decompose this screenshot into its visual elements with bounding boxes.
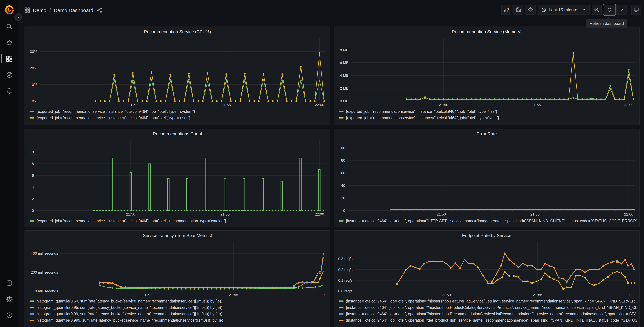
sidebar-item-dashboards[interactable] (2, 53, 16, 64)
service-latency-chart[interactable]: 21:5021:5522:000 milliseconds200 millise… (26, 240, 329, 298)
sidebar-item-settings[interactable] (2, 294, 16, 305)
legend-label: histogram_quantile(0.99, sum(rate(latenc… (36, 312, 222, 316)
panel-title[interactable]: Error Rate (334, 129, 639, 138)
legend-item[interactable]: histogram_quantile(0.99, sum(rate(latenc… (30, 312, 327, 316)
svg-text:0.0 req/s: 0.0 req/s (338, 289, 352, 293)
legend-item[interactable]: {exported_job="recommendationservice", i… (30, 109, 327, 114)
legend-label: histogram_quantile(0.95, sum(rate(latenc… (36, 306, 222, 310)
legend: histogram_quantile(0.50, sum(rate(latenc… (30, 299, 327, 323)
refresh-dashboard-button[interactable] (604, 5, 615, 15)
breadcrumb-page-title[interactable]: Demo Dashboard (54, 7, 93, 13)
help-icon: ? (6, 312, 12, 318)
share-dashboard-button[interactable] (97, 8, 102, 12)
panel-recommendations-count: Recommendations Count 21:5021:5522:00024… (24, 128, 330, 227)
svg-text:0 milliseconds: 0 milliseconds (35, 289, 58, 293)
sidebar-item-alerting[interactable] (2, 85, 16, 97)
legend-item[interactable]: {instance="otelcol:9464", job="otel", op… (339, 299, 636, 304)
legend-swatch (30, 300, 34, 302)
panel-title[interactable]: Endpoint Rate by Service (334, 231, 639, 240)
svg-text:0.2 req/s: 0.2 req/s (338, 268, 352, 272)
legend-swatch (339, 313, 344, 314)
legend-item[interactable]: {exported_job="recommendationservice", i… (30, 218, 327, 223)
breadcrumb-section[interactable]: Demo (33, 7, 46, 13)
legend-item[interactable]: histogram_quantile(0.999, sum(rate(laten… (30, 318, 327, 323)
legend: {exported_job="recommendationservice", i… (30, 109, 327, 120)
legend-item[interactable]: {exported_job="recommendationservice", i… (339, 109, 636, 114)
legend-item[interactable]: {exported_job="recommendationservice", i… (339, 116, 636, 120)
svg-text:21:50: 21:50 (437, 212, 446, 216)
sidebar-item-sign-in[interactable] (2, 277, 16, 289)
dashboard-settings-button[interactable] (526, 5, 536, 15)
legend-item[interactable]: histogram_quantile(0.50, sum(rate(latenc… (30, 299, 327, 304)
svg-text:22:00: 22:00 (315, 103, 324, 107)
refresh-interval-dropdown[interactable] (616, 5, 626, 15)
svg-text:20%: 20% (30, 66, 37, 70)
panel-title[interactable]: Recommendation Service (Memory) (334, 27, 639, 36)
legend-swatch (30, 320, 34, 321)
breadcrumb: Demo / Demo Dashboard (24, 7, 102, 13)
svg-text:21:50: 21:50 (442, 293, 451, 297)
cpu-chart[interactable]: 21:5021:5522:000%10%20%30% (26, 36, 329, 108)
legend-item[interactable]: {instance="otelcol:9464", job="otel", op… (339, 312, 636, 316)
svg-text:?: ? (8, 314, 10, 317)
legend-item[interactable]: {instance="otelcol:9464", job="otel", op… (339, 318, 636, 323)
svg-text:6: 6 (32, 174, 34, 178)
svg-text:21:55: 21:55 (222, 103, 231, 107)
panel-title[interactable]: Recommendation Service (CPU%) (25, 27, 330, 36)
svg-text:21:55: 21:55 (229, 293, 238, 297)
panel-endpoint-rate-by-service: Endpoint Rate by Service 21:5021:5522:00… (334, 230, 640, 327)
legend-swatch (30, 111, 34, 112)
svg-text:10: 10 (30, 150, 34, 154)
legend-swatch (339, 320, 344, 321)
sidebar-expand-button[interactable]: › (14, 14, 22, 21)
legend-swatch (30, 117, 34, 118)
legend: {exported_job="recommendationservice", i… (339, 109, 636, 120)
legend-label: {exported_job="recommendationservice", i… (36, 110, 195, 114)
svg-text:22:00: 22:00 (624, 212, 633, 216)
legend-swatch (30, 220, 34, 222)
svg-text:21:55: 21:55 (533, 293, 542, 297)
legend-label: histogram_quantile(0.50, sum(rate(latenc… (36, 299, 222, 303)
breadcrumb-separator: / (49, 7, 51, 13)
svg-text:80: 80 (341, 158, 345, 162)
error-rate-chart[interactable]: 21:5021:5522:00020406080100 (336, 138, 638, 217)
save-dashboard-button[interactable] (514, 5, 524, 15)
svg-text:0.3 req/s: 0.3 req/s (338, 257, 352, 261)
svg-text:6 MB: 6 MB (340, 60, 348, 65)
legend-swatch (339, 111, 344, 112)
sidebar: › (0, 0, 18, 327)
legend-label: {instance="otelcol:9464", job="otel", op… (346, 299, 636, 303)
grafana-logo[interactable] (3, 4, 16, 16)
svg-text:21:55: 21:55 (530, 212, 540, 216)
time-range-picker[interactable]: Last 15 minutes (538, 5, 590, 15)
kiosk-mode-button[interactable] (631, 5, 641, 15)
legend: {instance="otelcol:9464", job="otel", op… (339, 299, 636, 323)
sidebar-item-help[interactable]: ? (2, 310, 16, 321)
legend-label: {exported_job="recommendationservice", i… (36, 219, 226, 223)
memory-chart[interactable]: 21:5021:5522:000 MB2 MB4 MB6 MB8 MB (336, 36, 638, 108)
sidebar-item-explore[interactable] (2, 69, 16, 80)
compass-icon (6, 72, 12, 78)
panel-recommendation-service-memory: Recommendation Service (Memory) 21:5021:… (334, 26, 640, 125)
svg-text:21:50: 21:50 (439, 103, 448, 107)
sidebar-item-search[interactable] (2, 21, 16, 32)
svg-text:8 MB: 8 MB (340, 48, 348, 52)
svg-text:40: 40 (341, 184, 345, 188)
svg-text:0: 0 (343, 208, 345, 213)
refresh-button-group (604, 5, 626, 15)
star-icon (6, 39, 12, 46)
legend-item[interactable]: {instance="otelcol:9464", job="otel", op… (339, 218, 636, 223)
svg-text:10%: 10% (30, 82, 37, 87)
panel-title[interactable]: Recommendations Count (25, 129, 330, 138)
sidebar-item-starred[interactable] (2, 37, 16, 48)
svg-text:4 MB: 4 MB (340, 73, 348, 78)
legend-item[interactable]: {exported_job="recommendationservice", i… (30, 116, 327, 120)
panel-title[interactable]: Service Latency (from SpanMetrics) (25, 231, 330, 240)
legend-item[interactable]: histogram_quantile(0.95, sum(rate(latenc… (30, 305, 327, 310)
add-panel-button[interactable] (501, 5, 511, 15)
zoom-out-button[interactable] (592, 5, 602, 15)
bell-icon (6, 88, 12, 94)
legend-item[interactable]: {instance="otelcol:9464", job="otel", op… (339, 305, 636, 310)
endpoint-rate-chart[interactable]: 21:5021:5522:000.0 req/s0.1 req/s0.2 req… (336, 240, 638, 298)
recommendations-count-chart[interactable]: 21:5021:5522:000246810 (26, 138, 329, 217)
